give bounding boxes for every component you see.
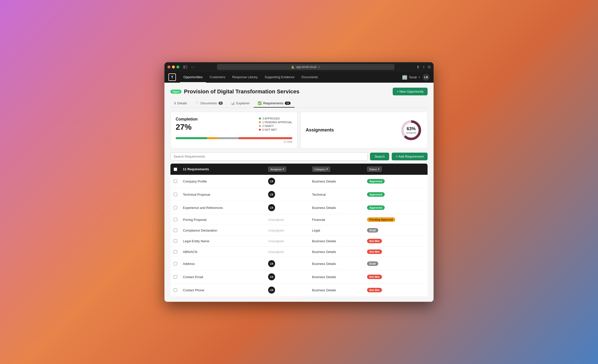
row-checkbox-cell [170,214,180,225]
row-name[interactable]: Address [180,257,266,270]
tabs-icon[interactable]: ⧉ [428,65,431,69]
nav-item-supporting-evidence[interactable]: Supporting Evidence [261,72,298,83]
row-status: Not Met [365,246,428,257]
row-name[interactable]: Compliance Declaration [180,225,266,236]
requirements-badge: 11 [285,102,291,105]
donut-chart: 63% assigned [400,119,422,141]
nav-item-response-library[interactable]: Response Library [229,72,261,83]
nav-item-opportunities[interactable]: Opportunities [180,72,206,83]
row-checkbox[interactable] [174,275,177,279]
fullscreen-dot[interactable] [176,65,179,68]
select-all-checkbox[interactable] [174,168,177,171]
requirements-table: 11 Requirements Assignee ▾ Category ▾ [170,164,428,297]
category-sort-icon: ▾ [326,168,328,171]
row-checkbox[interactable] [174,250,177,253]
unassigned-label: Unassigned [268,250,284,254]
row-assignee: LN [266,284,310,297]
row-assignee: Unassigned [266,236,310,246]
status-badge: Pending Approval [367,217,395,222]
category-sort-button[interactable]: Category ▾ [312,167,330,172]
completion-percentage: 27% [176,122,198,132]
new-opportunity-button[interactable]: + New Opportunity [393,88,428,95]
assignee-avatar: LN [268,204,275,211]
status-badge: Not Met [367,288,382,292]
nav-items: Opportunities Customers Response Library… [180,72,402,83]
row-status: Draft [365,225,428,236]
approved-dot [259,118,261,120]
back-button[interactable]: ‹ [191,65,193,69]
org-name: Tendl [409,75,417,79]
search-input[interactable] [170,152,368,161]
progress-not-met [239,137,292,139]
status-sort-icon: ▾ [378,168,379,171]
page-header: Open Provision of Digital Transformation… [170,88,428,95]
row-name[interactable]: Legal Entity Name [180,236,266,246]
add-tab-icon[interactable]: + [423,65,425,69]
row-category: Business Details [310,201,365,214]
tab-requirements-label: Requirements [263,101,283,105]
add-requirement-button[interactable]: + Add Requirement [392,153,428,160]
row-checkbox[interactable] [174,218,177,221]
row-status: Approved [365,201,428,214]
table-header-row: 11 Requirements Assignee ▾ Category ▾ [170,164,428,175]
table-row: AddressLNBusiness DetailsDraft [170,257,428,270]
row-checkbox[interactable] [174,288,177,292]
select-all-header [170,164,180,175]
progress-pending [207,137,218,139]
row-category: Business Details [310,270,365,284]
assignee-avatar: LN [268,260,275,267]
row-assignee: LN [266,188,310,201]
row-category: Financial [310,214,365,225]
unassigned-label: Unassigned [268,229,284,232]
details-icon: ℹ [174,101,176,105]
user-avatar[interactable]: LN [423,74,430,81]
row-checkbox[interactable] [174,180,177,183]
donut-percentage: 63% [406,126,416,131]
nav-item-customers[interactable]: Customers [206,72,229,83]
row-checkbox[interactable] [174,206,177,209]
url-bar[interactable]: 🔒 app.tendl.cloud ⊡ [217,64,394,70]
row-name[interactable]: Pricing Proposal [180,214,266,225]
row-checkbox[interactable] [174,239,177,243]
row-name[interactable]: Contact Email [180,270,266,284]
tab-explainer[interactable]: 📊 Explainer [227,99,254,108]
forward-button[interactable]: › [194,65,195,69]
row-name[interactable]: Company Profile [180,175,266,188]
row-checkbox[interactable] [174,193,177,196]
table-row: Contact PhoneLNBusiness DetailsNot Met [170,284,428,297]
table-row: Technical ProposalLNTechnicalApproved [170,188,428,201]
row-status: Not Met [365,270,428,284]
nav-item-documents[interactable]: Documents [298,72,321,83]
lock-icon: 🔒 [291,65,295,69]
row-assignee: Unassigned [266,225,310,236]
row-category: Legal [310,225,365,236]
row-name[interactable]: Experience and References [180,201,266,214]
status-sort-button[interactable]: Status ▾ [367,167,382,172]
minimize-dot[interactable] [172,65,175,68]
row-checkbox-cell [170,201,180,214]
assignee-sort-button[interactable]: Assignee ▾ [268,167,286,172]
org-selector[interactable]: 🏢 Tendl ▼ [402,74,421,80]
close-dot[interactable] [167,65,170,68]
sidebar-toggle-button[interactable] [183,65,187,68]
row-checkbox[interactable] [174,229,177,232]
row-name[interactable]: ABN/ACN [180,246,266,257]
tab-documents[interactable]: 📄 Documents 1 [191,99,227,108]
search-button[interactable]: Search [370,153,389,160]
titlebar-nav: ‹ › [191,65,195,69]
draft-dot [259,125,261,127]
assignments-card: Assignments 63% assigned [300,112,428,148]
status-badge: Approved [367,205,385,210]
tab-details[interactable]: ℹ Details [170,99,191,108]
app-window: ‹ › 🔒 app.tendl.cloud ⊡ ⬆ + ⧉ T Opportun… [164,62,434,302]
row-name[interactable]: Contact Phone [180,284,266,297]
assignee-sort-icon: ▾ [283,168,284,171]
url-text: app.tendl.cloud [296,65,316,69]
row-name[interactable]: Technical Proposal [180,188,266,201]
share-icon[interactable]: ⬆ [416,65,420,69]
row-checkbox[interactable] [174,262,177,265]
tab-requirements[interactable]: ✅ Requirements 11 [254,99,295,108]
navbar-right: 🏢 Tendl ▼ LN [402,74,430,81]
svg-rect-3 [185,68,187,68]
progress-approved [176,137,207,139]
